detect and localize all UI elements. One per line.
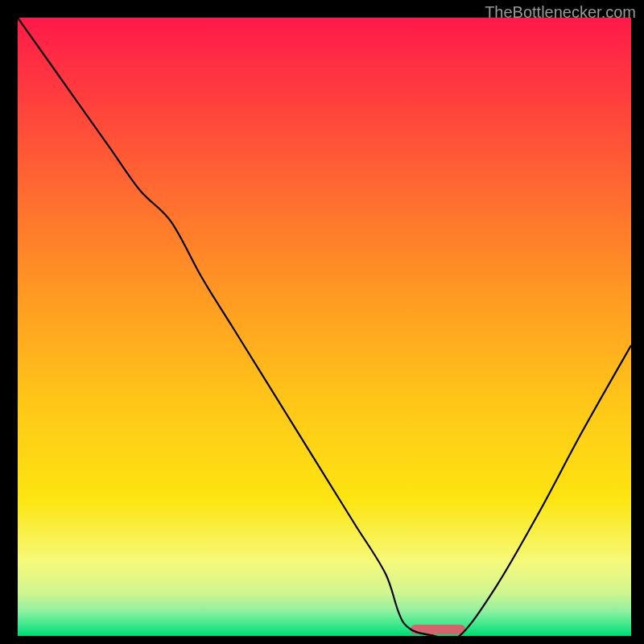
watermark-text: TheBottlenecker.com — [485, 3, 636, 22]
bottleneck-curve — [18, 18, 631, 636]
chart-plot-area — [18, 18, 631, 636]
